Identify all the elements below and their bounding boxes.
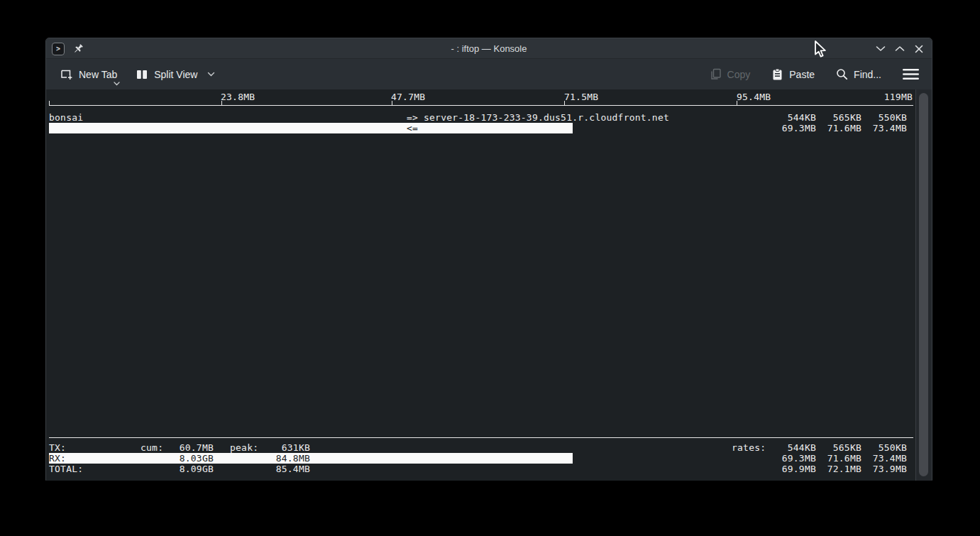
total-peak: 85.4MB	[253, 464, 310, 474]
konsole-app-icon: >	[52, 43, 65, 55]
copy-label: Copy	[727, 69, 751, 80]
scale-ruler-line	[49, 105, 913, 106]
scale-label: 119MB	[856, 92, 913, 102]
new-tab-button[interactable]: New Tab	[56, 64, 121, 84]
rx-cum: 8.03GB	[157, 453, 214, 464]
total-cum: 8.09GB	[157, 464, 214, 474]
scale-label: 23.8MB	[221, 92, 255, 102]
konsole-window: > - : iftop — Konsole	[45, 38, 932, 481]
scale-tick	[221, 101, 222, 106]
pin-icon[interactable]	[72, 43, 84, 55]
scale-tick	[392, 101, 392, 106]
tx-label: TX:	[49, 442, 66, 453]
scale-label: 71.5MB	[564, 92, 598, 102]
scrollbar-thumb[interactable]	[919, 93, 928, 476]
rx-rate-col: 73.4MB	[850, 453, 907, 464]
terminal-view[interactable]: 23.8MB 47.7MB 71.5MB 95.4MB 119MB bonsai…	[46, 89, 932, 481]
scale-tick	[564, 101, 565, 106]
tx-cum: 60.7MB	[157, 442, 214, 453]
paste-icon	[771, 68, 783, 81]
paste-button[interactable]: Paste	[767, 64, 819, 85]
menu-button[interactable]	[898, 64, 923, 84]
rx-rate-40s: 73.4MB	[850, 123, 907, 133]
rx-summary-bar	[49, 453, 573, 464]
summary-separator-line	[49, 437, 913, 438]
titlebar[interactable]: > - : iftop — Konsole	[46, 38, 932, 59]
scale-label: 95.4MB	[737, 92, 771, 102]
split-view-chevron-icon	[207, 72, 215, 77]
rx-label: RX:	[49, 453, 66, 464]
new-tab-chevron-icon	[114, 82, 120, 86]
hamburger-icon	[903, 68, 919, 80]
tx-rate-col: 550KB	[850, 442, 907, 453]
close-button[interactable]	[913, 43, 925, 55]
rx-arrow: <=	[407, 123, 418, 133]
total-rate-col: 73.9MB	[850, 464, 907, 474]
remote-hostname: server-18-173-233-39.dus51.r.cloudfront.…	[424, 112, 669, 123]
copy-icon	[710, 68, 722, 80]
toolbar: New Tab Split View	[46, 59, 932, 89]
find-button[interactable]: Find...	[832, 64, 886, 84]
new-tab-icon	[60, 68, 73, 80]
desktop: > - : iftop — Konsole	[0, 0, 980, 536]
scrollbar-track[interactable]	[916, 89, 932, 481]
tx-peak: 631KB	[253, 442, 310, 453]
scale-label: 47.7MB	[391, 92, 425, 102]
total-label: TOTAL:	[49, 464, 83, 474]
paste-label: Paste	[789, 69, 815, 80]
local-hostname: bonsai	[49, 112, 83, 123]
new-tab-label: New Tab	[79, 69, 117, 80]
tx-rate-40s: 550KB	[850, 112, 907, 123]
window-title: - : iftop — Konsole	[46, 38, 932, 59]
scale-tick	[737, 101, 737, 106]
tx-arrow: =>	[407, 112, 418, 123]
split-view-label: Split View	[154, 69, 197, 80]
scale-tick	[49, 101, 50, 106]
maximize-button[interactable]	[894, 43, 905, 55]
rx-peak: 84.8MB	[253, 453, 310, 464]
minimize-button[interactable]	[875, 43, 886, 55]
rx-traffic-bar	[49, 123, 573, 133]
split-view-icon	[136, 69, 148, 80]
find-label: Find...	[854, 69, 881, 80]
search-icon	[836, 68, 848, 80]
copy-button[interactable]: Copy	[705, 64, 755, 84]
split-view-button[interactable]: Split View	[131, 65, 219, 84]
